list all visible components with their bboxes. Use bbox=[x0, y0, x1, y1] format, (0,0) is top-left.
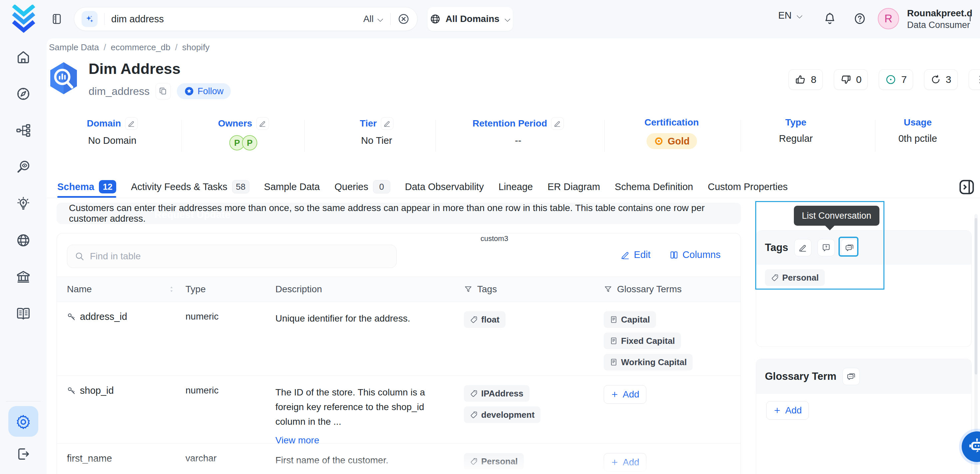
schema-table-header: Name Type Description Tags Glossary Term… bbox=[57, 277, 741, 302]
home-icon[interactable] bbox=[15, 49, 31, 65]
clear-search-icon[interactable] bbox=[397, 13, 410, 25]
chevron-down-icon bbox=[377, 16, 383, 22]
tab-data-observability[interactable]: Data Observability bbox=[405, 176, 484, 198]
collapse-panel-icon[interactable] bbox=[958, 178, 976, 196]
tab-schema-definition[interactable]: Schema Definition bbox=[615, 176, 693, 198]
entity-tabs: Schema12 Activity Feeds & Tasks58 Sample… bbox=[57, 176, 788, 198]
medal-icon bbox=[654, 136, 663, 146]
tags-panel: Tags Personal bbox=[756, 231, 972, 347]
tag-chip[interactable]: development bbox=[464, 406, 541, 423]
edit-tags-icon[interactable] bbox=[794, 239, 811, 256]
glossary-chip[interactable]: Working Capital bbox=[604, 354, 693, 371]
glossary-book-icon[interactable] bbox=[15, 305, 31, 321]
observability-lens-icon[interactable] bbox=[15, 159, 31, 175]
task-circle-icon bbox=[885, 74, 896, 85]
governance-bank-icon[interactable] bbox=[15, 269, 31, 285]
global-search-bar[interactable]: All bbox=[74, 7, 418, 31]
search-scope-dropdown[interactable]: All bbox=[363, 14, 383, 24]
breadcrumb-link-service[interactable]: Sample Data bbox=[49, 42, 99, 52]
explore-compass-icon[interactable] bbox=[15, 86, 31, 102]
tag-chip[interactable]: Personal bbox=[464, 453, 524, 470]
meta-domain: Domain No Domain bbox=[87, 117, 138, 146]
table-description: Customers can enter their addresses more… bbox=[57, 203, 741, 224]
breadcrumb-link-database[interactable]: ecommerce_db bbox=[111, 42, 170, 52]
insights-bulb-icon[interactable] bbox=[15, 196, 31, 212]
meta-retention: Retention Period -- bbox=[473, 117, 564, 146]
user-role: Data Consumer bbox=[907, 20, 970, 30]
find-in-table-search[interactable] bbox=[67, 245, 396, 268]
meta-usage: Usage 0th pctile bbox=[899, 117, 937, 144]
star-icon bbox=[184, 86, 194, 96]
edit-button[interactable]: Edit bbox=[621, 249, 651, 260]
tag-chip[interactable]: float bbox=[464, 311, 506, 328]
settings-gear-icon[interactable] bbox=[8, 406, 38, 437]
column-name[interactable]: address_id bbox=[80, 311, 127, 322]
global-search-input[interactable] bbox=[111, 14, 363, 25]
tab-custom-properties[interactable]: Custom Properties bbox=[708, 176, 788, 198]
tag-chip[interactable]: Personal bbox=[765, 269, 825, 286]
tab-lineage[interactable]: Lineage bbox=[498, 176, 533, 198]
language-selector[interactable]: EN bbox=[778, 10, 803, 21]
version-history-button[interactable]: 3 bbox=[924, 69, 958, 90]
owner-avatar[interactable]: P bbox=[242, 135, 258, 151]
follow-button[interactable]: Follow bbox=[177, 83, 231, 99]
sort-icon[interactable] bbox=[167, 285, 175, 293]
chevron-down-icon bbox=[504, 16, 511, 22]
user-avatar[interactable]: R bbox=[878, 8, 899, 29]
breadcrumb-link-schema[interactable]: shopify bbox=[182, 42, 210, 52]
page-title: Dim Address bbox=[89, 60, 180, 78]
columns-button[interactable]: Columns bbox=[669, 249, 721, 260]
add-glossary-term-button[interactable]: Add bbox=[766, 401, 809, 420]
table-row: address_id numeric Unique identifier for… bbox=[57, 302, 741, 376]
logout-icon[interactable] bbox=[15, 446, 31, 462]
find-in-table-input[interactable] bbox=[90, 251, 389, 262]
glossary-chip[interactable]: Capital bbox=[604, 311, 656, 328]
upvote-button[interactable]: 8 bbox=[789, 69, 823, 90]
table-row: shop_id numeric The ID of the store. Thi… bbox=[57, 376, 741, 444]
pencil-icon bbox=[621, 250, 630, 259]
edit-tier-icon[interactable] bbox=[380, 117, 393, 130]
copy-icon[interactable] bbox=[156, 83, 171, 100]
add-glossary-term-button[interactable]: Add bbox=[604, 453, 646, 472]
downvote-button[interactable]: 0 bbox=[834, 69, 868, 90]
list-conversation-icon[interactable] bbox=[841, 239, 858, 256]
notifications-bell-icon[interactable] bbox=[823, 12, 837, 25]
meta-owners: Owners P P bbox=[218, 117, 269, 151]
column-name[interactable]: shop_id bbox=[80, 385, 114, 396]
more-options-button[interactable] bbox=[969, 69, 980, 90]
sidebar-toggle-icon[interactable] bbox=[51, 13, 63, 25]
app-logo[interactable] bbox=[12, 5, 35, 34]
domains-globe-icon[interactable] bbox=[15, 232, 31, 248]
column-name[interactable]: first_name bbox=[67, 453, 112, 464]
ai-sparkle-icon[interactable] bbox=[81, 11, 97, 27]
glossary-term-panel: Glossary Term Add bbox=[756, 359, 972, 474]
open-tasks-button[interactable]: 7 bbox=[879, 69, 913, 90]
edit-retention-icon[interactable] bbox=[551, 117, 564, 130]
tag-icon bbox=[470, 316, 478, 323]
tag-chip[interactable]: IPAddress bbox=[464, 385, 530, 402]
edit-owners-icon[interactable] bbox=[256, 117, 269, 130]
add-glossary-term-button[interactable]: Add bbox=[604, 385, 646, 404]
robot-icon bbox=[968, 437, 980, 456]
edit-domain-icon[interactable] bbox=[125, 117, 137, 130]
filter-icon[interactable] bbox=[604, 285, 612, 294]
metadata-band: Domain No Domain Owners P P Tier No Tier… bbox=[47, 117, 980, 157]
lineage-flow-icon[interactable] bbox=[15, 122, 31, 138]
filter-icon[interactable] bbox=[464, 285, 473, 294]
glossary-conversation-icon[interactable] bbox=[843, 368, 860, 385]
breadcrumb: Sample Data / ecommerce_db / shopify bbox=[49, 42, 210, 52]
primary-key-icon bbox=[67, 312, 76, 321]
thumbs-down-icon bbox=[840, 74, 851, 85]
refresh-icon bbox=[931, 74, 941, 85]
tab-activity-feeds[interactable]: Activity Feeds & Tasks58 bbox=[131, 176, 250, 198]
tab-sample-data[interactable]: Sample Data bbox=[264, 176, 320, 198]
tab-schema[interactable]: Schema12 bbox=[57, 176, 116, 198]
table-row: first_name varchar First name of the cus… bbox=[57, 444, 741, 474]
glossary-chip[interactable]: Fixed Capital bbox=[604, 332, 681, 349]
all-domains-button[interactable]: All Domains bbox=[428, 7, 513, 31]
user-menu-chevron-icon[interactable] bbox=[970, 14, 970, 21]
tab-queries[interactable]: Queries0 bbox=[334, 176, 390, 198]
tab-er-diagram[interactable]: ER Diagram bbox=[547, 176, 600, 198]
help-icon[interactable] bbox=[853, 12, 867, 25]
request-tags-icon[interactable] bbox=[818, 239, 835, 256]
